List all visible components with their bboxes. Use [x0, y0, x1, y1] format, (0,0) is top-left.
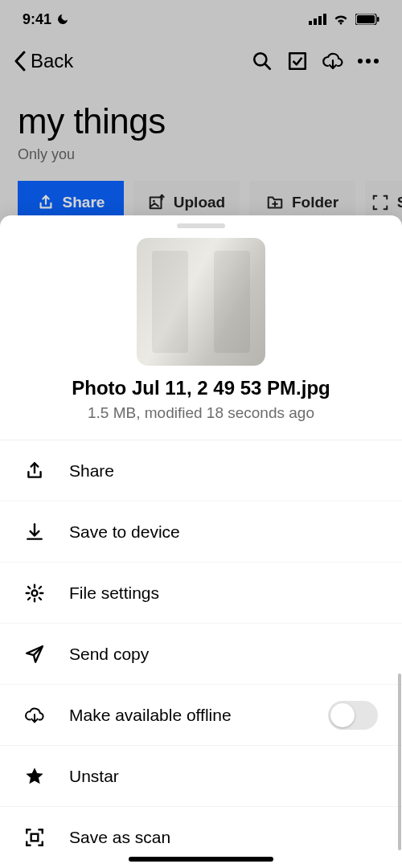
star-icon	[24, 766, 45, 787]
sheet-handle[interactable]	[177, 223, 225, 228]
search-icon	[252, 51, 273, 72]
offline-toggle[interactable]	[328, 701, 378, 730]
file-action-sheet: Photo Jul 11, 2 49 53 PM.jpg 1.5 MB, mod…	[0, 215, 402, 868]
svg-point-23	[32, 590, 38, 596]
svg-rect-1	[314, 18, 317, 25]
scroll-indicator	[398, 674, 401, 850]
action-send-label: Send copy	[69, 645, 378, 664]
scan-icon	[371, 194, 389, 211]
chip-folder-label: Folder	[292, 194, 338, 211]
svg-point-11	[358, 59, 363, 63]
search-button[interactable]	[244, 43, 280, 79]
svg-rect-0	[309, 21, 312, 25]
nav-bar: Back	[0, 39, 402, 84]
svg-line-8	[265, 64, 270, 69]
action-send-copy[interactable]: Send copy	[0, 624, 402, 685]
upload-image-icon	[148, 194, 166, 211]
back-label: Back	[31, 50, 73, 72]
file-name: Photo Jul 11, 2 49 53 PM.jpg	[0, 377, 402, 404]
share-icon	[37, 194, 55, 211]
page-title: my things	[0, 84, 402, 146]
page-subtitle: Only you	[0, 146, 402, 181]
gear-icon	[24, 583, 45, 604]
cloud-download-button[interactable]	[315, 43, 351, 79]
more-button[interactable]	[351, 43, 386, 79]
chip-share-label: Share	[63, 194, 105, 211]
wifi-icon	[333, 14, 349, 25]
svg-rect-5	[357, 15, 375, 23]
download-icon	[24, 522, 45, 542]
action-save-label: Save to device	[69, 522, 378, 542]
cloud-download-icon	[322, 51, 344, 72]
home-indicator[interactable]	[129, 857, 273, 862]
chip-scan-label: S	[397, 194, 402, 211]
folder-plus-icon	[266, 194, 284, 211]
action-save-to-device[interactable]: Save to device	[0, 502, 402, 563]
svg-rect-26	[31, 834, 39, 841]
action-unstar-label: Unstar	[69, 767, 378, 786]
svg-rect-2	[318, 16, 322, 25]
chevron-left-icon	[13, 51, 27, 72]
svg-rect-3	[323, 14, 326, 25]
chip-upload-label: Upload	[174, 194, 225, 211]
svg-rect-9	[289, 53, 306, 69]
select-button[interactable]	[280, 43, 315, 79]
svg-point-16	[153, 200, 155, 203]
action-share-label: Share	[69, 461, 378, 481]
share-icon	[24, 461, 45, 481]
scan-icon	[24, 827, 45, 848]
do-not-disturb-icon	[56, 13, 69, 26]
more-horizontal-icon	[357, 58, 379, 64]
action-make-offline[interactable]: Make available offline	[0, 685, 402, 746]
cellular-icon	[309, 14, 326, 25]
action-settings-label: File settings	[69, 583, 378, 603]
svg-point-13	[374, 59, 379, 63]
svg-point-12	[366, 59, 371, 63]
status-time: 9:41	[23, 11, 51, 28]
checkbox-icon	[287, 51, 308, 72]
file-meta: 1.5 MB, modified 18 seconds ago	[0, 404, 402, 440]
action-share[interactable]: Share	[0, 440, 402, 502]
battery-icon	[355, 14, 379, 25]
status-bar: 9:41	[0, 0, 402, 39]
back-button[interactable]: Back	[13, 50, 73, 72]
action-file-settings[interactable]: File settings	[0, 563, 402, 624]
file-thumbnail[interactable]	[137, 238, 265, 366]
cloud-download-icon	[24, 706, 45, 725]
action-offline-label: Make available offline	[69, 706, 304, 725]
svg-rect-15	[150, 198, 162, 209]
action-unstar[interactable]: Unstar	[0, 746, 402, 807]
svg-rect-6	[377, 17, 379, 22]
action-scan-label: Save as scan	[69, 828, 378, 847]
paper-plane-icon	[24, 644, 45, 665]
